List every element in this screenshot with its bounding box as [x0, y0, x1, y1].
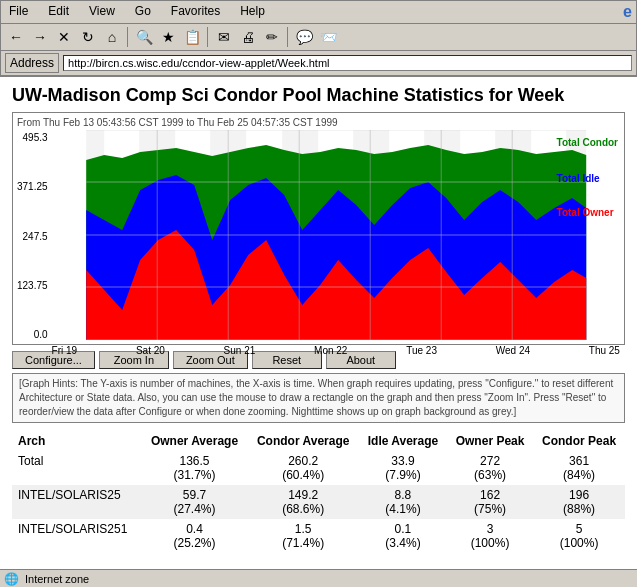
x-axis-tue23: Tue 23 — [406, 345, 437, 356]
back-button[interactable]: ← — [5, 26, 27, 48]
favorites-button[interactable]: ★ — [157, 26, 179, 48]
messenger-button[interactable]: 📨 — [317, 26, 339, 48]
x-axis-thu25: Thu 25 — [589, 345, 620, 356]
x-axis-fri19: Fri 19 — [52, 345, 78, 356]
ie-logo-icon: e — [623, 3, 632, 21]
cell-condor-peak: 361 (84%) — [533, 451, 625, 485]
chart-legend: Total Condor Total Idle Total Owner — [557, 135, 618, 221]
toolbar-separator — [127, 27, 129, 47]
cell-arch: INTEL/SOLARIS251 — [12, 519, 142, 553]
menu-bar: File Edit View Go Favorites Help e — [1, 1, 636, 24]
cell-owner-avg: 59.7 (27.4%) — [142, 485, 248, 519]
table-header-owner-peak: Owner Peak — [447, 431, 533, 451]
discuss-button[interactable]: 💬 — [293, 26, 315, 48]
table-header-condor-peak: Condor Peak — [533, 431, 625, 451]
cell-owner-peak: 162 (75%) — [447, 485, 533, 519]
menu-edit[interactable]: Edit — [44, 3, 73, 21]
menu-help[interactable]: Help — [236, 3, 269, 21]
table-header-idle-avg: Idle Average — [359, 431, 447, 451]
y-axis-label-3: 247.5 — [17, 231, 48, 242]
chart-svg[interactable] — [52, 130, 620, 340]
table-row: INTEL/SOLARIS2510.4 (25.2%)1.5 (71.4%)0.… — [12, 519, 625, 553]
cell-owner-peak: 3 (100%) — [447, 519, 533, 553]
table-row: INTEL/SOLARIS2559.7 (27.4%)149.2 (68.6%)… — [12, 485, 625, 519]
mail-button[interactable]: ✉ — [213, 26, 235, 48]
menu-file[interactable]: File — [5, 3, 32, 21]
cell-idle-avg: 0.1 (3.4%) — [359, 519, 447, 553]
page-title: UW-Madison Comp Sci Condor Pool Machine … — [12, 85, 625, 106]
table-header-arch: Arch — [12, 431, 142, 451]
x-axis-mon22: Mon 22 — [314, 345, 347, 356]
toolbar-separator2 — [207, 27, 209, 47]
ie-zone-icon: 🌐 — [4, 572, 19, 586]
table-header-condor-avg: Condor Average — [247, 431, 359, 451]
toolbar: ← → ✕ ↻ ⌂ 🔍 ★ 📋 ✉ 🖨 ✏ 💬 📨 — [1, 24, 636, 51]
x-axis-sat20: Sat 20 — [136, 345, 165, 356]
page-content: UW-Madison Comp Sci Condor Pool Machine … — [0, 77, 637, 576]
cell-condor-avg: 1.5 (71.4%) — [247, 519, 359, 553]
address-input[interactable] — [63, 55, 632, 71]
menu-go[interactable]: Go — [131, 3, 155, 21]
cell-condor-avg: 149.2 (68.6%) — [247, 485, 359, 519]
stop-button[interactable]: ✕ — [53, 26, 75, 48]
table-row: Total136.5 (31.7%)260.2 (60.4%)33.9 (7.9… — [12, 451, 625, 485]
status-bar: 🌐 Internet zone — [0, 569, 637, 587]
search-button[interactable]: 🔍 — [133, 26, 155, 48]
address-label: Address — [5, 53, 59, 73]
legend-total-condor: Total Condor — [557, 135, 618, 151]
cell-owner-avg: 136.5 (31.7%) — [142, 451, 248, 485]
x-axis-wed24: Wed 24 — [496, 345, 530, 356]
edit-button[interactable]: ✏ — [261, 26, 283, 48]
history-button[interactable]: 📋 — [181, 26, 203, 48]
menu-view[interactable]: View — [85, 3, 119, 21]
y-axis-label-1: 0.0 — [17, 329, 48, 340]
status-zone-text: Internet zone — [25, 573, 89, 585]
cell-condor-peak: 196 (88%) — [533, 485, 625, 519]
home-button[interactable]: ⌂ — [101, 26, 123, 48]
chart-container: From Thu Feb 13 05:43:56 CST 1999 to Thu… — [12, 112, 625, 345]
hint-text: [Graph Hints: The Y-axis is number of ma… — [12, 373, 625, 423]
cell-owner-avg: 0.4 (25.2%) — [142, 519, 248, 553]
stats-table: Arch Owner Average Condor Average Idle A… — [12, 431, 625, 553]
y-axis-label-5: 495.3 — [17, 132, 48, 143]
address-bar: Address — [1, 51, 636, 76]
cell-owner-peak: 272 (63%) — [447, 451, 533, 485]
cell-arch: Total — [12, 451, 142, 485]
table-header-owner-avg: Owner Average — [142, 431, 248, 451]
cell-idle-avg: 8.8 (4.1%) — [359, 485, 447, 519]
chart-date-range: From Thu Feb 13 05:43:56 CST 1999 to Thu… — [17, 117, 620, 128]
cell-arch: INTEL/SOLARIS25 — [12, 485, 142, 519]
x-axis-sun21: Sun 21 — [224, 345, 256, 356]
legend-total-idle: Total Idle — [557, 171, 618, 187]
y-axis-label-4: 371.25 — [17, 181, 48, 192]
toolbar-separator3 — [287, 27, 289, 47]
forward-button[interactable]: → — [29, 26, 51, 48]
menu-favorites[interactable]: Favorites — [167, 3, 224, 21]
y-axis-label-2: 123.75 — [17, 280, 48, 291]
cell-condor-peak: 5 (100%) — [533, 519, 625, 553]
cell-idle-avg: 33.9 (7.9%) — [359, 451, 447, 485]
cell-condor-avg: 260.2 (60.4%) — [247, 451, 359, 485]
refresh-button[interactable]: ↻ — [77, 26, 99, 48]
print-button[interactable]: 🖨 — [237, 26, 259, 48]
legend-total-owner: Total Owner — [557, 205, 618, 221]
